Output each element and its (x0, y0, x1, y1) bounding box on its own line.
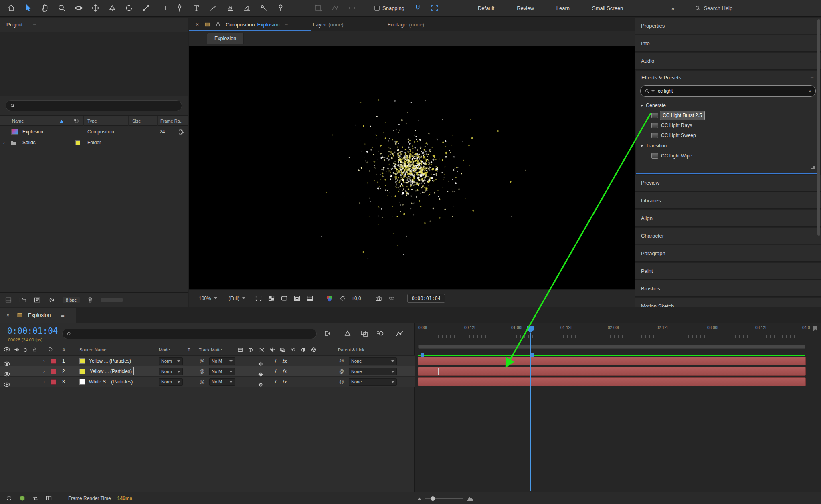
panel-group-icon[interactable] (204, 22, 210, 27)
dolly-camera-tool-icon[interactable] (107, 4, 117, 13)
mask-feather-icon[interactable] (313, 4, 323, 13)
snapshot-camera-icon[interactable] (375, 295, 382, 302)
panel-paragraph[interactable]: Paragraph (635, 245, 821, 262)
effects-search-input[interactable] (658, 88, 805, 94)
panel-preview[interactable]: Preview (635, 175, 821, 192)
layer-bar-3[interactable] (418, 377, 806, 386)
expand-chevron-icon[interactable]: › (43, 356, 45, 366)
motion-blur-switch-icon[interactable] (290, 347, 296, 352)
composition-mini-flowchart-icon[interactable] (324, 329, 333, 337)
track-matte-dropdown[interactable]: No M (209, 368, 235, 375)
column-mode[interactable]: Mode (159, 344, 170, 356)
effect-item-cc-light-wipe[interactable]: CC Light Wipe (636, 151, 819, 161)
expand-chevron-icon[interactable]: › (43, 366, 45, 377)
column-source-name[interactable]: Source Name (79, 344, 106, 356)
timeline-search-input[interactable] (75, 331, 312, 337)
effect-item-cc-light-burst[interactable]: CC Light Burst 2.5 (636, 111, 819, 121)
target-region-icon[interactable] (293, 295, 301, 302)
workspace-tab-small-screen[interactable]: Small Screen (592, 5, 623, 11)
selection-tool-icon[interactable] (23, 4, 32, 13)
motion-blur-icon[interactable] (376, 329, 385, 337)
effects-search-field[interactable]: × (640, 85, 816, 97)
zoom-slider-track[interactable] (425, 498, 463, 499)
effects-switch[interactable]: fx (282, 356, 287, 366)
render-engine-icon[interactable] (34, 297, 41, 303)
video-eye-icon[interactable] (3, 379, 10, 390)
transparency-grid-icon[interactable] (268, 295, 275, 302)
tab-layer-label[interactable]: Layer (313, 22, 326, 28)
layer-label-chip[interactable] (51, 359, 56, 364)
composition-canvas[interactable] (189, 46, 635, 289)
layer-bar-2[interactable] (418, 367, 806, 376)
layer-row-2-selected[interactable]: › 2 Yellow ... (Particles) Norm @ No M /… (0, 366, 415, 377)
workspace-tab-learn[interactable]: Learn (556, 5, 570, 11)
layer-row-1[interactable]: › 1 Yellow ... (Particles) Norm @ No M /… (0, 356, 415, 366)
blend-mode-dropdown[interactable]: Norm (159, 357, 183, 365)
track-matte-pickwhip-icon[interactable]: @ (200, 356, 204, 366)
timeline-track-area[interactable]: 0:00f 00:12f 01:00f 01:12f 02:00f 02:12f… (415, 323, 821, 492)
pan-behind-tool-icon[interactable] (141, 4, 150, 13)
3d-layer-icon[interactable] (311, 347, 317, 352)
layer-color-swatch[interactable] (79, 369, 85, 374)
expand-layers-icon[interactable] (6, 495, 12, 501)
hand-tool-icon[interactable] (40, 4, 49, 13)
project-column-header[interactable]: Name Type Size Frame Ra.. (0, 115, 188, 126)
label-color-swatch[interactable] (75, 140, 80, 145)
parent-dropdown[interactable]: None (349, 357, 397, 365)
project-search-input[interactable] (18, 103, 178, 109)
layer-source-name[interactable]: Yellow ... (Particles) (89, 356, 131, 366)
effects-group-transition[interactable]: Transition (636, 141, 819, 151)
blend-mode-dropdown[interactable]: Norm (159, 368, 183, 375)
track-matte-dropdown[interactable]: No M (209, 357, 235, 365)
interpret-footage-icon[interactable] (48, 297, 55, 303)
column-name[interactable]: Name (12, 116, 24, 126)
panel-properties[interactable]: Properties (635, 18, 821, 34)
transfer-controls-icon[interactable] (32, 495, 39, 501)
collapse-caret-icon[interactable] (640, 105, 643, 107)
quality-switch[interactable]: / (275, 356, 276, 366)
zoom-slider-thumb[interactable] (431, 496, 435, 501)
layer-label-chip[interactable] (51, 369, 56, 374)
parent-pickwhip-icon[interactable]: @ (339, 377, 344, 387)
tab-composition-label[interactable]: Composition (226, 22, 255, 28)
reset-exposure-icon[interactable] (339, 295, 346, 302)
zoom-in-mountain-icon[interactable] (467, 495, 474, 502)
panel-resize-grip-icon[interactable] (811, 165, 816, 170)
close-icon[interactable]: × (6, 308, 10, 323)
parent-dropdown[interactable]: None (349, 378, 397, 386)
draft-3d-icon[interactable] (343, 329, 352, 337)
panel-paint[interactable]: Paint (635, 263, 821, 280)
column-parent-link[interactable]: Parent & Link (338, 344, 364, 356)
search-help-field[interactable]: Search Help (695, 5, 733, 11)
tab-composition-name[interactable]: Explosion (257, 22, 279, 28)
snapping-checkbox[interactable]: Snapping (374, 5, 404, 11)
workspace-tab-review[interactable]: Review (517, 5, 534, 11)
collapse-caret-icon[interactable] (640, 145, 643, 147)
column-number[interactable]: # (63, 344, 65, 356)
channel-color-wheel-icon[interactable] (326, 295, 334, 302)
project-panel-menu-icon[interactable]: ≡ (33, 18, 36, 32)
panel-brushes[interactable]: Brushes (635, 280, 821, 297)
project-search-field[interactable] (6, 100, 182, 111)
timeline-menu-icon[interactable]: ≡ (61, 308, 65, 323)
lock-icon[interactable] (215, 22, 221, 27)
effects-group-generate[interactable]: Generate (636, 101, 819, 111)
quality-switch[interactable]: / (275, 377, 276, 387)
workspace-overflow-button[interactable]: » (671, 5, 674, 12)
comp-marker-button[interactable] (812, 325, 819, 332)
panel-libraries[interactable]: Libraries (635, 192, 821, 209)
playhead-handle[interactable] (527, 326, 534, 333)
panel-info[interactable]: Info (635, 35, 821, 52)
playhead-line[interactable] (530, 333, 531, 491)
pen-tool-icon[interactable] (175, 4, 184, 13)
pan-camera-tool-icon[interactable] (91, 4, 100, 13)
viewer-menu-icon[interactable]: ≡ (285, 21, 288, 28)
effect-item-cc-light-sweep[interactable]: CC Light Sweep (636, 131, 819, 141)
grid-guides-icon[interactable] (306, 295, 313, 302)
column-frame-rate[interactable]: Frame Ra.. (160, 116, 182, 126)
column-track-matte[interactable]: Track Matte (199, 344, 222, 356)
trash-icon[interactable] (87, 296, 93, 303)
parent-pickwhip-icon[interactable]: @ (339, 356, 344, 366)
checkbox-box[interactable] (374, 6, 380, 11)
new-folder-icon[interactable] (19, 297, 26, 303)
